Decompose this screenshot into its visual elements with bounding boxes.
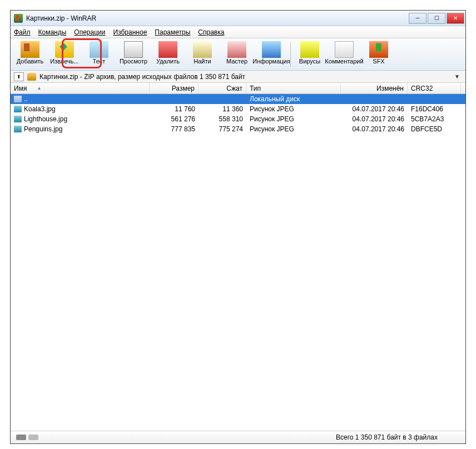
virus-icon — [300, 41, 319, 58]
file-type: Рисунок JPEG — [246, 105, 341, 113]
info-button[interactable]: Информация — [254, 40, 289, 69]
file-row[interactable]: Penguins.jpg 777 835 775 274 Рисунок JPE… — [11, 124, 465, 134]
menu-help[interactable]: Справка — [198, 28, 224, 36]
file-crc: 5CB7A2A3 — [408, 115, 461, 123]
image-file-icon — [14, 106, 22, 112]
file-name: Penguins.jpg — [24, 125, 62, 133]
up-button[interactable]: ⬆ — [14, 72, 24, 81]
add-icon — [21, 41, 39, 58]
file-name: Lighthouse.jpg — [24, 115, 67, 123]
wizard-button[interactable]: Мастер — [220, 40, 254, 69]
col-modified[interactable]: Изменён — [341, 83, 408, 93]
window-title: Картинки.zip - WinRAR — [26, 14, 96, 22]
menu-options[interactable]: Параметры — [155, 28, 190, 36]
wizard-icon — [227, 41, 246, 58]
titlebar[interactable]: Картинки.zip - WinRAR ─ ☐ ✕ — [11, 11, 465, 26]
file-modified: 04.07.2017 20:46 — [341, 105, 408, 113]
file-type: Рисунок JPEG — [246, 125, 341, 133]
file-size: 11 760 — [150, 105, 199, 113]
minimize-button[interactable]: ─ — [409, 13, 427, 24]
status-icon — [16, 435, 26, 440]
maximize-button[interactable]: ☐ — [428, 13, 445, 24]
file-row[interactable]: Koala3.jpg 11 760 11 360 Рисунок JPEG 04… — [11, 104, 465, 114]
virus-button[interactable]: Вирусы — [292, 40, 327, 69]
path-dropdown[interactable]: ▼ — [454, 73, 462, 80]
menu-commands[interactable]: Команды — [38, 28, 67, 36]
parent-row[interactable]: .. Локальный диск — [11, 94, 465, 104]
extract-icon — [55, 41, 74, 58]
toolbar: Добавить Извлечь... Тест Просмотр Удалит… — [11, 38, 465, 71]
file-name: Koala3.jpg — [24, 105, 56, 113]
menu-favorites[interactable]: Избранное — [113, 28, 147, 36]
file-crc: F16DC406 — [408, 105, 461, 113]
delete-button[interactable]: Удалить — [151, 40, 185, 69]
col-type[interactable]: Тип — [246, 83, 341, 93]
sfx-icon — [369, 41, 388, 58]
status-icon-2 — [28, 435, 38, 440]
status-text: Всего 1 350 871 байт в 3 файлах — [336, 433, 460, 441]
image-file-icon — [14, 126, 22, 132]
statusbar: Всего 1 350 871 байт в 3 файлах — [11, 431, 465, 443]
pathbar: ⬆ Картинки.zip - ZIP архив, размер исход… — [11, 71, 465, 83]
view-icon — [124, 41, 143, 58]
find-button[interactable]: Найти — [185, 40, 220, 69]
test-button[interactable]: Тест — [82, 40, 116, 69]
menubar: Файл Команды Операции Избранное Параметр… — [11, 26, 465, 38]
columns-header: Имя▲ Размер Сжат Тип Изменён CRC32 — [11, 83, 465, 94]
file-packed: 558 310 — [199, 115, 246, 123]
file-modified: 04.07.2017 20:46 — [341, 125, 408, 133]
comment-button[interactable]: Комментарий — [327, 40, 361, 69]
menu-file[interactable]: Файл — [14, 28, 31, 36]
file-packed: 775 274 — [199, 125, 246, 133]
file-crc: DBFCE5D — [408, 125, 461, 133]
file-size: 777 835 — [150, 125, 199, 133]
test-icon — [90, 41, 108, 58]
col-packed[interactable]: Сжат — [199, 83, 246, 93]
file-modified: 04.07.2017 20:46 — [341, 115, 408, 123]
close-button[interactable]: ✕ — [447, 13, 464, 24]
delete-icon — [158, 41, 177, 58]
col-crc[interactable]: CRC32 — [408, 83, 461, 93]
file-list: Имя▲ Размер Сжат Тип Изменён CRC32 .. Ло… — [11, 83, 465, 431]
file-size: 561 276 — [150, 115, 199, 123]
col-name[interactable]: Имя▲ — [11, 83, 150, 93]
image-file-icon — [14, 116, 22, 122]
winrar-window: Картинки.zip - WinRAR ─ ☐ ✕ Файл Команды… — [10, 10, 466, 444]
file-type: Рисунок JPEG — [246, 115, 341, 123]
sort-arrow-icon: ▲ — [37, 86, 41, 91]
info-icon — [262, 41, 281, 58]
extract-button[interactable]: Извлечь... — [47, 40, 82, 69]
file-row[interactable]: Lighthouse.jpg 561 276 558 310 Рисунок J… — [11, 114, 465, 124]
sfx-button[interactable]: SFX — [361, 40, 396, 69]
app-icon — [14, 14, 23, 23]
comment-icon — [335, 41, 354, 58]
file-packed: 11 360 — [199, 105, 246, 113]
menu-operations[interactable]: Операции — [74, 28, 105, 36]
add-button[interactable]: Добавить — [13, 40, 47, 69]
path-text: Картинки.zip - ZIP архив, размер исходны… — [39, 73, 245, 81]
col-size[interactable]: Размер — [150, 83, 199, 93]
zip-icon — [27, 73, 36, 81]
find-icon — [193, 41, 212, 58]
view-button[interactable]: Просмотр — [116, 40, 151, 69]
folder-up-icon — [14, 96, 22, 102]
